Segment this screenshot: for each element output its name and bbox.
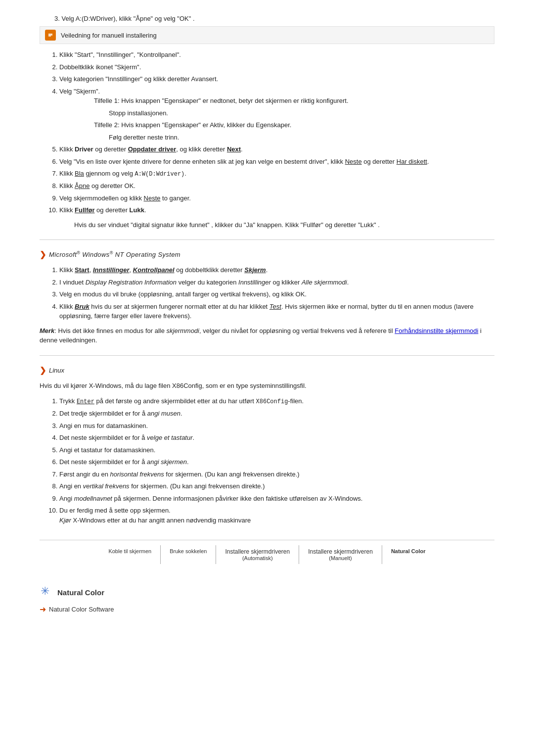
manual-install-header: Veiledning for manuell installering (40, 26, 494, 44)
svg-text:✳: ✳ (41, 585, 49, 597)
manual-install-title: Veiledning for manuell installering (61, 32, 157, 39)
manual-install-steps-1: Klikk "Start", "Innstillinger", "Kontrol… (59, 50, 494, 215)
footer-link-text: Natural Color Software (49, 606, 114, 613)
list-item: Velg "Skjerm". Tilfelle 1: Hvis knappen … (59, 87, 494, 142)
list-item: Angi et tastatur for datamaskinen. (59, 445, 494, 455)
list-item: Det neste skjermbildet er for å velge et… (59, 433, 494, 443)
divider-1 (40, 239, 494, 240)
list-item: Det tredje skjermbildet er for å angi mu… (59, 409, 494, 419)
list-item: Du er ferdig med å sette opp skjermen. K… (59, 506, 494, 525)
list-item: Klikk Bla gjennom og velg A:W(D:Wdriver)… (59, 169, 494, 179)
footer-logo: ✳ Natural Color (40, 584, 494, 601)
page-container: 3. Velg A:(D:WDriver), klikk "Åpne" og v… (0, 0, 534, 639)
linux-section: ❯ Linux Hvis du vil kjører X-Windows, må… (40, 366, 494, 525)
linux-intro: Hvis du vil kjører X-Windows, må du lage… (40, 381, 494, 391)
windows-nt-note: Merk: Hvis det ikke finnes en modus for … (40, 326, 494, 345)
linux-steps: Trykk Enter på det første og andre skjer… (59, 396, 494, 525)
tilfelle2-a: Tilfelle 2: Hvis knappen "Egenskaper" er… (94, 120, 494, 130)
list-item: Velg "Vis en liste over kjente drivere f… (59, 157, 494, 167)
list-item: Dobbeltklikk ikonet "Skjerm". (59, 62, 494, 72)
list-item: Velg kategorien "Innstillinger" og klikk… (59, 74, 494, 84)
forhandsinnstilete-link[interactable]: Forhåndsinnstilte skjermmodi (395, 327, 478, 334)
intro-step-3: 3. Velg A:(D:WDriver), klikk "Åpne" og v… (48, 15, 494, 22)
footer-logo-icon: ✳ (40, 584, 53, 601)
linux-title: Linux (49, 367, 64, 374)
svg-rect-2 (48, 34, 52, 35)
svg-rect-1 (48, 35, 52, 36)
list-item: Angi en mus for datamaskinen. (59, 421, 494, 431)
footer: ✳ Natural Color ➜ Natural Color Software (40, 579, 494, 619)
nav-item-install-auto[interactable]: Installere skjermdriveren(Automatisk) (216, 545, 299, 564)
list-item: Klikk Fullfør og deretter Lukk. (59, 205, 494, 215)
nav-item-koble[interactable]: Koble til skjermen (99, 545, 161, 564)
list-item: Angi modellnavnet på skjermen. Denne inf… (59, 494, 494, 504)
nav-item-natural-color[interactable]: Natural Color (382, 545, 435, 564)
list-item: Trykk Enter på det første og andre skjer… (59, 396, 494, 406)
windows-nt-section: ❯ Microsoft® Windows® NT Operating Syste… (40, 250, 494, 345)
list-item: Det neste skjermbildet er for å angi skj… (59, 457, 494, 467)
manual-install-section: Veiledning for manuell installering Klik… (40, 26, 494, 230)
tilfelle1: Tilfelle 1: Hvis knappen "Egenskaper" er… (94, 96, 494, 106)
manual-install-icon (45, 30, 56, 41)
svg-rect-3 (48, 36, 51, 37)
list-item: Klikk "Start", "Innstillinger", "Kontrol… (59, 50, 494, 60)
list-item: Først angir du en horisontal frekvens fo… (59, 470, 494, 479)
list-item: Klikk Åpne og deretter OK. (59, 181, 494, 191)
windows-nt-steps: Klikk Start, Innstillinger, Kontrollpane… (59, 265, 494, 321)
list-item: Velg en modus du vil bruke (oppløsning, … (59, 289, 494, 299)
list-item: Klikk Bruk hvis du ser at skjermen funge… (59, 302, 494, 321)
divider-2 (40, 355, 494, 356)
list-item: Klikk Start, Innstillinger, Kontrollpane… (59, 265, 494, 275)
list-item: Velg skjermmodellen og klikk Neste to ga… (59, 193, 494, 203)
tilfelle2-b: Følg deretter neste trinn. (109, 133, 494, 142)
nav-item-install-manual[interactable]: Installere skjermdriveren(Manuelt) (299, 545, 382, 564)
footer-logo-text: Natural Color (57, 588, 104, 597)
footer-arrow-icon: ➜ (40, 605, 46, 614)
stopp-msg: Stopp installasjonen. (109, 108, 494, 118)
windows-arrow-icon: ❯ (40, 250, 46, 259)
bottom-nav: Koble til skjermen Bruke sokkelen Instal… (40, 540, 494, 564)
list-item: Angi en vertikal frekvens for skjermen. … (59, 481, 494, 491)
linux-arrow-icon: ❯ (40, 366, 46, 375)
list-item: Klikk Driver og deretter Oppdater driver… (59, 144, 494, 154)
digital-signature-note: Hvis du ser vinduet "digital signatur ik… (74, 220, 494, 230)
footer-link[interactable]: ➜ Natural Color Software (40, 605, 494, 614)
windows-nt-header: ❯ Microsoft® Windows® NT Operating Syste… (40, 250, 494, 259)
windows-nt-title: Microsoft® Windows® NT Operating System (49, 250, 180, 258)
list-item: I vinduet Display Registration Informati… (59, 278, 494, 287)
nav-item-bruke[interactable]: Bruke sokkelen (161, 545, 216, 564)
linux-header: ❯ Linux (40, 366, 494, 375)
